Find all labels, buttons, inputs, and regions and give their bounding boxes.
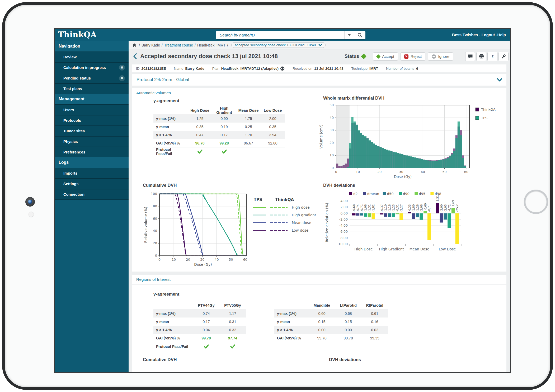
table-row-label: γ > 1.4 % xyxy=(153,328,193,332)
status-diamond-icon xyxy=(361,54,366,59)
reject-button[interactable]: ✕ Reject xyxy=(401,52,426,60)
svg-text:d90: d90 xyxy=(403,192,410,196)
section-regions-of-interest[interactable]: Regions of Interest xyxy=(132,275,506,284)
svg-text:-6,00: -6,00 xyxy=(339,230,348,234)
plan-info-bar: ID2021201821EENameBarry KadePlanHeadNeck… xyxy=(132,64,506,72)
svg-text:80: 80 xyxy=(153,204,157,208)
info-field-name: NameBarry Kade xyxy=(174,67,204,71)
breadcrumb-item-treatment-course[interactable]: Treatment course xyxy=(164,43,193,47)
accept-button[interactable]: Accept xyxy=(373,52,398,60)
table-row: GAI (>95%) %96.7099.2896.6792.80 xyxy=(153,139,285,147)
svg-text:Volume (cm³): Volume (cm³) xyxy=(319,124,323,148)
svg-text:Dose (Gy): Dose (Gy) xyxy=(194,262,212,267)
breadcrumb-separator: / xyxy=(139,43,140,47)
breadcrumb-item-barry-kade[interactable]: Barry Kade xyxy=(142,43,160,47)
log-button[interactable]: ℓ xyxy=(487,52,497,61)
table-row: γ-mean0.150.150.16 xyxy=(274,318,388,326)
sidebar-item-test-plans[interactable]: Test plans xyxy=(55,83,129,94)
table-row: γ > 1.4 %0.470.171.703.94 xyxy=(153,131,285,139)
svg-text:Relative volume (%): Relative volume (%) xyxy=(144,207,148,243)
svg-text:-2,08: -2,08 xyxy=(420,204,423,212)
sidebar-item-pending-status[interactable]: Pending status0 xyxy=(55,73,129,83)
gamma-agreement-table: High DoseHigh GradientMean DoseLow Doseγ… xyxy=(153,106,285,156)
info-field-value: 2021201821EE xyxy=(142,67,166,71)
back-chevron-icon[interactable] xyxy=(133,53,137,59)
tablet-frame: ThinkQA Bess Twishes - Logout -Help Navi… xyxy=(2,2,553,390)
breadcrumb-separator: / xyxy=(162,43,163,47)
sidebar-item-tumor-sites[interactable]: Tumor sites xyxy=(55,125,129,136)
table-row-label: γ-max (1%) xyxy=(153,116,188,121)
table-cell: 0.16 xyxy=(361,320,388,324)
sidebar-section-management: Management xyxy=(55,94,129,104)
main-content: /Barry Kade/Treatment course/HeadNeck_IM… xyxy=(129,41,510,372)
protocol-bar[interactable]: Protocol 2%-2mm - Global xyxy=(132,74,506,86)
svg-text:TPS: TPS xyxy=(254,197,262,202)
search-dropdown-caret[interactable] xyxy=(344,31,354,39)
breadcrumb-dropdown[interactable]: accepted secondary dose check 13 Juil 20… xyxy=(231,42,326,48)
table-cell: 1.75 xyxy=(236,116,261,121)
sidebar-item-imports[interactable]: Imports xyxy=(55,168,129,178)
info-field-plan: PlanHeadNeck_IMRTADT12 (Adaptive) xyxy=(212,66,285,71)
table-column-header: LtParotid xyxy=(335,303,361,307)
svg-text:0,00: 0,00 xyxy=(340,211,348,215)
svg-text:30: 30 xyxy=(200,258,204,262)
info-field-id: ID2021201821EE xyxy=(136,67,166,71)
dvh-deviations-title: DVH deviations xyxy=(323,183,355,188)
home-icon[interactable] xyxy=(132,43,136,47)
sidebar-item-calculation-in-progress[interactable]: Calculation in progress0 xyxy=(55,62,129,73)
table-cell: 0.15 xyxy=(335,320,361,324)
table-cell: 0.35 xyxy=(261,125,285,129)
print-button[interactable] xyxy=(476,52,486,61)
breadcrumb-item-headneck-imrt[interactable]: HeadNeck_IMRT xyxy=(197,43,225,47)
comment-icon xyxy=(468,54,473,59)
table-column-header: PTV55Gy xyxy=(219,303,246,307)
info-field-value: Barry Kade xyxy=(185,67,204,71)
sidebar-item-physics[interactable]: Physics xyxy=(55,136,129,147)
eye-icon[interactable] xyxy=(280,66,285,71)
svg-text:60: 60 xyxy=(153,217,157,221)
sidebar-item-settings[interactable]: Settings xyxy=(55,178,129,189)
table-cell: 96.70 xyxy=(188,141,212,145)
svg-text:-0,74: -0,74 xyxy=(356,204,360,212)
svg-text:-10,00: -10,00 xyxy=(337,242,348,246)
svg-text:Relative deviation (%): Relative deviation (%) xyxy=(325,203,329,242)
svg-text:-1,31: -1,31 xyxy=(368,204,371,212)
table-row-label: Protocol Pass/Fail xyxy=(153,147,188,156)
table-row-label: γ-mean xyxy=(153,320,193,324)
table-cell: 97.74 xyxy=(219,336,246,340)
sidebar-item-protocols[interactable]: Protocols xyxy=(55,115,129,125)
user-session-links[interactable]: Bess Twishes - Logout -Help xyxy=(452,32,506,37)
search-bar xyxy=(216,31,365,39)
regions-of-interest-panel: Regions of Interest γ-agreement PTV44GyP… xyxy=(132,275,506,372)
table-cell: 0.00 xyxy=(309,328,335,332)
settings-button[interactable] xyxy=(498,52,509,61)
sidebar-item-preferences[interactable]: Preferences xyxy=(55,147,129,157)
section-automatic-volumes[interactable]: Automatic volumes xyxy=(132,88,506,98)
sidebar-item-connection[interactable]: Connection xyxy=(55,189,129,200)
sidebar-item-review[interactable]: Review xyxy=(55,52,129,62)
check-icon xyxy=(222,149,227,154)
svg-text:-0,71: -0,71 xyxy=(360,204,364,212)
table-row-label: GAI (>95%) % xyxy=(274,336,309,340)
printer-icon xyxy=(479,54,484,59)
table-cell: 0.90 xyxy=(212,116,236,121)
home-button[interactable] xyxy=(524,190,548,214)
table-cell: 0.04 xyxy=(193,328,219,332)
search-input[interactable] xyxy=(216,31,344,39)
sidebar-item-users[interactable]: Users xyxy=(55,104,129,115)
breadcrumb-separator: / xyxy=(195,43,196,47)
ignore-button[interactable]: Ignore xyxy=(428,52,453,60)
automatic-volumes-panel: Automatic volumes γ-agreement High DoseH… xyxy=(132,88,506,272)
caret-down-icon xyxy=(348,34,351,36)
comments-button[interactable] xyxy=(465,52,475,61)
table-cell: 96.67 xyxy=(236,141,261,145)
table-row: γ-mean0.170.31 xyxy=(153,318,246,326)
search-icon xyxy=(358,33,362,38)
table-row-label: GAI (>95%) % xyxy=(153,336,193,340)
chevron-down-icon[interactable] xyxy=(497,78,502,82)
sidebar-item-label: Preferences xyxy=(63,150,125,154)
search-button[interactable] xyxy=(354,31,365,39)
table-row-label: γ-max (1%) xyxy=(153,311,193,316)
check-icon xyxy=(230,344,236,349)
svg-text:High dose: High dose xyxy=(292,205,310,209)
